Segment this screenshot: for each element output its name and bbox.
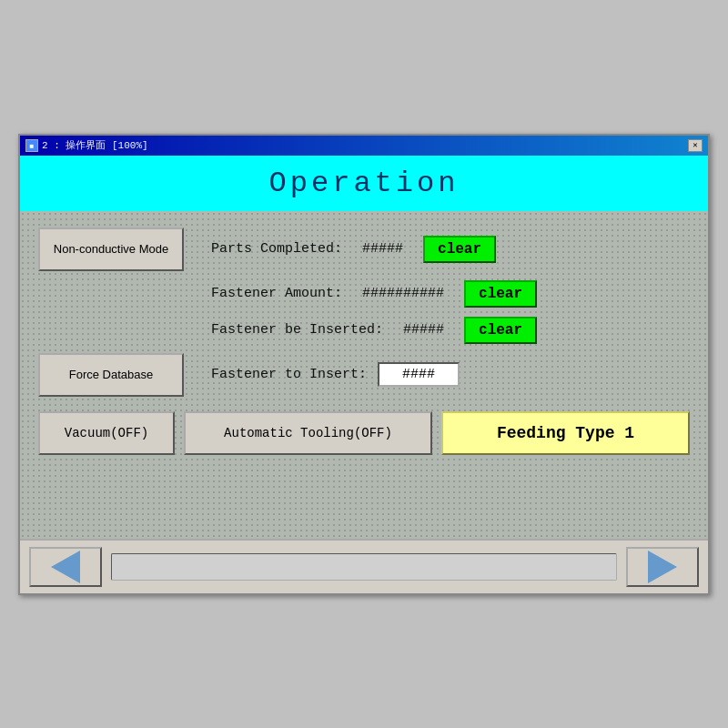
title-bar-left: ■ 2 : 操作界面 [100%]	[25, 138, 148, 152]
scrollbar[interactable]	[111, 553, 617, 581]
fastener-inserted-value: #####	[403, 322, 444, 338]
parts-completed-value: #####	[362, 241, 403, 257]
arrow-left-icon	[51, 551, 80, 583]
main-window: ■ 2 : 操作界面 [100%] ✕ Operation Non-conduc…	[18, 134, 710, 595]
fastener-amount-label: Fastener Amount:	[211, 286, 342, 301]
fastener-to-insert-label: Fastener to Insert:	[211, 367, 367, 382]
row-fastener-to-insert: Force Database Fastener to Insert:	[38, 353, 690, 397]
nav-bar	[20, 539, 708, 593]
row-parts-completed: Non-conductive Mode Parts Completed: ###…	[38, 228, 690, 271]
automatic-tooling-button[interactable]: Automatic Tooling(OFF)	[184, 411, 432, 455]
header-bar: Operation	[20, 156, 708, 211]
title-bar: ■ 2 : 操作界面 [100%] ✕	[20, 136, 708, 156]
window-title: 2 : 操作界面 [100%]	[42, 138, 148, 152]
non-conductive-button[interactable]: Non-conductive Mode	[38, 228, 184, 271]
feeding-type-button[interactable]: Feeding Type 1	[441, 411, 690, 455]
content-area: Non-conductive Mode Parts Completed: ###…	[20, 211, 708, 539]
vacuum-button[interactable]: Vacuum(OFF)	[38, 411, 175, 455]
close-button[interactable]: ✕	[688, 139, 703, 152]
fastener-inserted-label: Fastener be Inserted:	[211, 322, 383, 338]
clear-fastener-inserted-button[interactable]: clear	[464, 317, 537, 344]
force-database-button[interactable]: Force Database	[38, 353, 184, 397]
clear-parts-button[interactable]: clear	[423, 236, 496, 263]
next-button[interactable]	[626, 547, 699, 587]
bottom-row: Vacuum(OFF) Automatic Tooling(OFF) Feedi…	[38, 411, 690, 455]
arrow-right-icon	[648, 551, 677, 583]
window-icon: ■	[25, 139, 38, 152]
row-fastener-inserted: Fastener be Inserted: ##### clear	[202, 317, 690, 344]
prev-button[interactable]	[29, 547, 102, 587]
parts-completed-label: Parts Completed:	[211, 241, 342, 257]
clear-fastener-amount-button[interactable]: clear	[464, 280, 537, 308]
row-fastener-amount: Fastener Amount: ########## clear	[202, 280, 690, 308]
fastener-to-insert-input[interactable]	[378, 362, 460, 387]
fastener-amount-value: ##########	[362, 286, 444, 301]
page-title: Operation	[20, 167, 708, 200]
